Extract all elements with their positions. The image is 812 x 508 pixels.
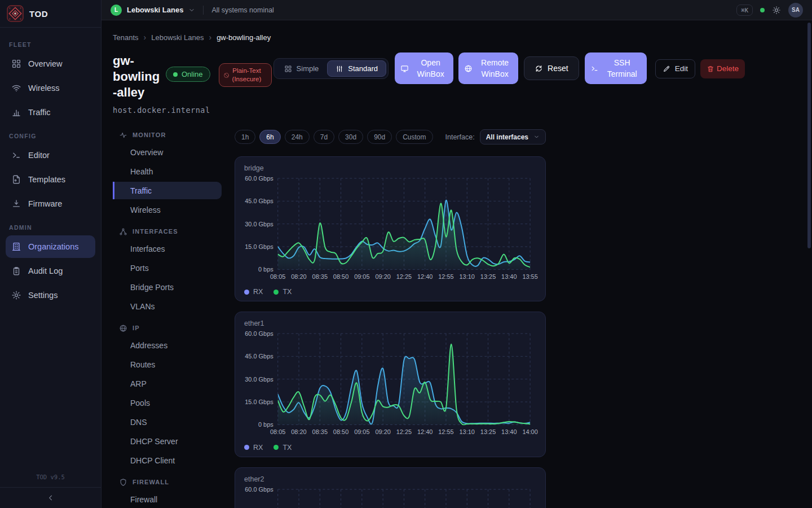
chevron-down-icon [188,7,195,14]
subnav-item-arp[interactable]: ARP [113,375,222,392]
sidebar-item-wireless[interactable]: Wireless [6,77,95,99]
app-root: TOD FLEETOverviewWirelessTrafficCONFIGEd… [0,0,812,508]
sidebar-item-audit-log[interactable]: Audit Log [6,260,95,282]
download-icon [11,199,21,209]
header-actions: Open WinBoxRemote WinBoxResetSSH Termina… [389,52,745,84]
sidebar-section-fleet: FLEET [9,41,92,48]
svg-text:13:25: 13:25 [480,273,496,280]
svg-text:08:35: 08:35 [312,273,328,280]
logo-row: TOD [0,0,101,28]
sidebar-collapse-button[interactable] [0,487,101,508]
sidebar-item-label: Audit Log [28,266,63,275]
sidebar-item-templates[interactable]: Templates [6,168,95,191]
sidebar-item-traffic[interactable]: Traffic [6,101,95,124]
svg-text:08:05: 08:05 [270,273,285,280]
command-palette-shortcut[interactable]: ⌘K [736,5,753,16]
subnav-section-label: IP [133,325,140,331]
subnav-item-dns[interactable]: DNS [113,413,222,431]
subnav-item-overview[interactable]: Overview [113,143,222,161]
svg-text:12:25: 12:25 [396,429,412,436]
svg-text:60.0 Gbps: 60.0 Gbps [245,486,273,493]
legend-item-tx[interactable]: TX [273,444,292,452]
subnav-section-ip: IP [113,321,222,335]
nodes-icon [119,227,127,236]
svg-text:13:25: 13:25 [480,429,496,436]
reset-button[interactable]: Reset [524,56,579,80]
chevron-down-icon [533,134,540,140]
tenant-switcher[interactable]: L Lebowski Lanes [111,5,195,16]
device-subnav: MONITOROverviewHealthTrafficWirelessINTE… [113,122,222,508]
sidebar-item-overview[interactable]: Overview [6,52,95,75]
subnav-item-wireless[interactable]: Wireless [113,201,222,218]
sidebar-section-config: CONFIG [9,133,92,139]
chart-title: ether2 [244,475,545,483]
page-title: gw-bowling-alley [113,53,164,100]
subnav-section-label: MONITOR [133,132,166,138]
svg-text:08:20: 08:20 [291,273,306,280]
chart-plot: 60.0 Gbps45.0 Gbps30.0 Gbps15.0 Gbps0 bp… [235,329,545,440]
sidebar-item-label: Firmware [28,199,62,208]
subnav-item-dhcp-client[interactable]: DHCP Client [113,452,222,469]
range-24h-button[interactable]: 24h [285,130,310,144]
vertical-scrollbar[interactable] [807,23,811,248]
breadcrumb-item-lebowski-lanes[interactable]: Lebowski Lanes [151,33,204,42]
sidebar-item-settings[interactable]: Settings [6,284,95,306]
range-90d-button[interactable]: 90d [367,130,392,144]
subnav-item-traffic[interactable]: Traffic [113,182,222,199]
interface-select[interactable]: All interfaces [480,129,546,144]
svg-text:12:25: 12:25 [396,273,412,280]
range-1h-button[interactable]: 1h [235,130,255,144]
view-toggle-label: Standard [348,64,378,73]
body-row: MONITOROverviewHealthTrafficWirelessINTE… [113,122,812,508]
range-30d-button[interactable]: 30d [338,130,363,144]
range-6h-button[interactable]: 6h [259,130,280,144]
monitor-icon [400,64,409,73]
sidebar-item-organizations[interactable]: Organizations [6,235,95,258]
subnav-item-bridge-ports[interactable]: Bridge Ports [113,278,222,296]
svg-text:60.0 Gbps: 60.0 Gbps [245,330,273,337]
status-badge-label: Online [182,70,203,78]
user-avatar[interactable]: SA [788,3,803,17]
edit-button[interactable]: Edit [655,59,695,78]
remote-winbox-button[interactable]: Remote WinBox [458,52,518,84]
sidebar-item-editor[interactable]: Editor [6,144,95,167]
subnav-item-interfaces[interactable]: Interfaces [113,240,222,257]
delete-button[interactable]: Delete [700,59,745,78]
subnav-item-vlans[interactable]: VLANs [113,297,222,315]
svg-text:13:55: 13:55 [522,273,537,280]
view-toggle-standard[interactable]: Standard [327,60,386,77]
subnav-item-addresses[interactable]: Addresses [113,336,222,354]
svg-text:45.0 Gbps: 45.0 Gbps [245,353,273,360]
subnav-item-ports[interactable]: Ports [113,259,222,277]
chart-legend: RXTX [244,288,545,296]
subnav-section-monitor: MONITOR [113,128,222,142]
subnav-item-pools[interactable]: Pools [113,394,222,411]
breadcrumb-item-tenants[interactable]: Tenants [113,33,139,42]
svg-text:13:10: 13:10 [460,273,475,280]
range-custom-button[interactable]: Custom [396,130,433,144]
legend-item-rx[interactable]: RX [244,444,263,452]
subnav-section-label: FIREWALL [133,479,169,485]
chart-plot: 60.0 Gbps45.0 Gbps30.0 Gbps15.0 Gbps0 bp… [235,174,545,285]
legend-item-rx[interactable]: RX [244,288,263,296]
topbar-right: ⌘K SA [736,3,803,17]
button-label: Open WinBox [413,57,448,80]
subnav-item-dhcp-server[interactable]: DHCP Server [113,432,222,450]
chart-plot: 60.0 Gbps45.0 Gbps30.0 Gbps15.0 Gbps0 bp… [235,485,545,508]
sidebar-item-firmware[interactable]: Firmware [6,192,95,215]
svg-text:12:40: 12:40 [417,273,433,280]
open-winbox-button[interactable]: Open WinBox [395,52,453,84]
subnav-item-routes[interactable]: Routes [113,356,222,373]
range-7d-button[interactable]: 7d [314,130,334,144]
ssh-terminal-button[interactable]: SSH Terminal [585,52,647,84]
svg-text:12:55: 12:55 [438,273,453,280]
chart-title: ether1 [244,319,545,327]
legend-label: TX [283,288,292,296]
terminal-icon [11,150,21,160]
subnav-item-health[interactable]: Health [113,163,222,180]
bar-chart-icon [11,107,21,117]
subnav-item-firewall[interactable]: Firewall [113,491,222,508]
legend-item-tx[interactable]: TX [273,288,292,296]
theme-toggle-sun-icon[interactable] [772,6,781,15]
view-toggle-simple[interactable]: Simple [276,60,328,77]
